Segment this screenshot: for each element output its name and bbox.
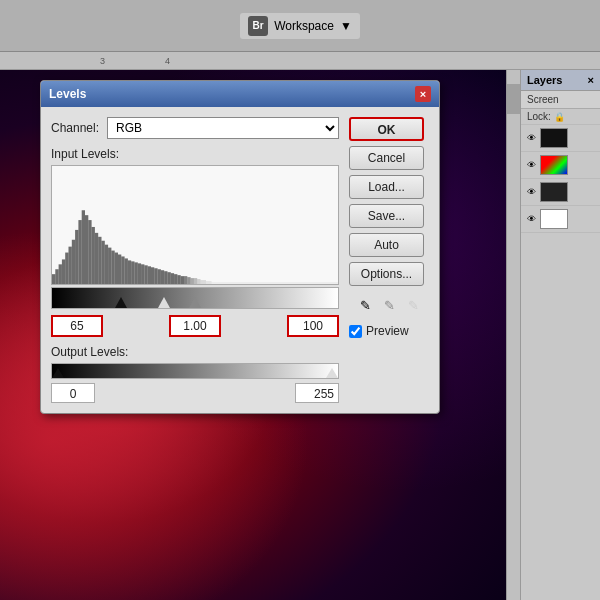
preview-row: Preview [349,324,429,338]
svg-rect-46 [206,281,212,284]
scroll-thumb[interactable] [507,84,520,114]
input-black-value[interactable] [51,315,103,337]
output-slider[interactable] [51,363,339,379]
ruler-mark-4: 4 [165,56,170,66]
black-slider-handle[interactable] [115,297,127,308]
input-value-boxes [51,315,339,337]
layers-lock-icons: 🔒 [554,112,565,122]
levels-dialog: Levels × Channel: RGB Inp [40,80,440,414]
layer-thumb-4 [540,209,568,229]
layers-panel: Layers × Screen Lock: 🔒 👁 👁 👁 👁 [520,70,600,600]
ruler-mark-3: 3 [100,56,105,66]
layer-thumb-1 [540,128,568,148]
layer-eye-3[interactable]: 👁 [525,186,537,198]
options-button[interactable]: Options... [349,262,424,286]
dialog-right-buttons: OK Cancel Load... Save... Auto Options..… [349,117,429,403]
eyedropper-black-icon[interactable]: ✎ [355,295,375,315]
input-midtone-value[interactable] [169,315,221,337]
layer-item-3[interactable]: 👁 [521,179,600,206]
layer-item-1[interactable]: 👁 [521,125,600,152]
gray-slider-handle[interactable] [189,297,201,308]
workspace-label: Workspace [274,19,334,33]
main-area: Levels × Channel: RGB Inp [0,70,600,600]
channel-row: Channel: RGB [51,117,339,139]
cancel-button[interactable]: Cancel [349,146,424,170]
top-bar: Br Workspace ▼ [0,0,600,52]
eyedropper-tools: ✎ ✎ ✎ [349,295,429,315]
output-white-value: 255 [295,383,339,403]
input-white-value[interactable] [287,315,339,337]
layer-eye-4[interactable]: 👁 [525,213,537,225]
svg-rect-45 [201,280,207,284]
auto-button[interactable]: Auto [349,233,424,257]
br-icon: Br [248,16,268,36]
output-values: 0 255 [51,383,339,403]
vertical-scrollbar[interactable] [506,70,520,600]
dialog-left: Channel: RGB Input Levels: [51,117,339,403]
layers-close-icon[interactable]: × [588,74,594,86]
svg-rect-47 [212,282,339,284]
output-white-handle[interactable] [326,368,338,378]
layers-blend-mode[interactable]: Screen [521,91,600,109]
white-slider-handle[interactable] [158,297,170,308]
dialog-body: Channel: RGB Input Levels: [41,107,439,413]
dialog-title: Levels [49,87,86,101]
workspace-dropdown-icon: ▼ [340,19,352,33]
eyedropper-gray-icon[interactable]: ✎ [379,295,399,315]
save-button[interactable]: Save... [349,204,424,228]
layers-lock-label: Lock: [527,111,551,122]
dialog-title-bar: Levels × [41,81,439,107]
layers-panel-header: Layers × [521,70,600,91]
workspace-selector[interactable]: Br Workspace ▼ [240,13,360,39]
ok-button[interactable]: OK [349,117,424,141]
load-button[interactable]: Load... [349,175,424,199]
output-levels-label: Output Levels: [51,345,339,359]
layer-eye-1[interactable]: 👁 [525,132,537,144]
eyedropper-white-icon[interactable]: ✎ [403,295,423,315]
layer-eye-2[interactable]: 👁 [525,159,537,171]
histogram [51,165,339,285]
dialog-close-button[interactable]: × [415,86,431,102]
preview-checkbox[interactable] [349,325,362,338]
channel-select[interactable]: RGB [107,117,339,139]
layers-lock-row: Lock: 🔒 [521,109,600,125]
output-black-value: 0 [51,383,95,403]
preview-label: Preview [366,324,409,338]
layers-title: Layers [527,74,562,86]
layer-thumb-3 [540,182,568,202]
layer-item-2[interactable]: 👁 [521,152,600,179]
layer-thumb-2 [540,155,568,175]
histogram-svg [52,166,338,284]
output-black-handle[interactable] [52,368,64,378]
channel-label: Channel: [51,121,99,135]
input-slider[interactable] [51,287,339,309]
canvas-area: Levels × Channel: RGB Inp [0,70,506,600]
ruler: 3 4 [0,52,600,70]
input-levels-label: Input Levels: [51,147,339,161]
layer-item-4[interactable]: 👁 [521,206,600,233]
